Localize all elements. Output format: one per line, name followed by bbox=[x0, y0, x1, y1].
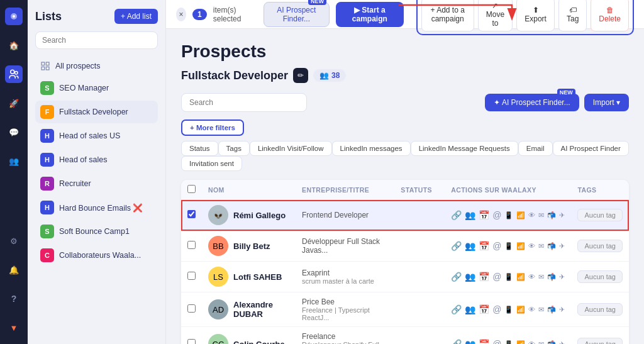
select-all-header[interactable] bbox=[181, 180, 202, 200]
filter-tag-email[interactable]: Email bbox=[518, 141, 553, 156]
edit-list-icon[interactable]: ✏ bbox=[293, 68, 308, 83]
row-checkbox[interactable] bbox=[187, 304, 196, 313]
home-icon[interactable]: 🏠 bbox=[5, 36, 23, 54]
link-icon[interactable]: 🔗 bbox=[451, 304, 462, 314]
connect-icon[interactable]: 👥 bbox=[465, 210, 475, 220]
tag-pill[interactable]: Aucun tag bbox=[577, 209, 623, 221]
sidebar-list-item-1[interactable]: S SEO Manager bbox=[35, 77, 158, 99]
import-button[interactable]: Import ▾ bbox=[584, 94, 629, 111]
add-to-campaign-button[interactable]: + Add to a campaign bbox=[421, 0, 474, 31]
filter-tag-linkedin-messages[interactable]: LinkedIn messages bbox=[332, 141, 411, 156]
link-icon[interactable]: 🔗 bbox=[451, 272, 462, 282]
waalaxy-icon4[interactable]: ✉ bbox=[538, 211, 544, 219]
row-checkbox-cell[interactable] bbox=[181, 231, 202, 262]
calendar-icon[interactable]: 📅 bbox=[479, 272, 489, 282]
waalaxy-icon1[interactable]: 📱 bbox=[504, 211, 513, 219]
waalaxy-icon6[interactable]: ✈ bbox=[559, 242, 565, 250]
tag-pill[interactable]: Aucun tag bbox=[577, 270, 623, 283]
export-button[interactable]: ⬆ Export bbox=[516, 0, 555, 31]
calendar-icon[interactable]: 📅 bbox=[479, 339, 489, 344]
calendar-icon[interactable]: 📅 bbox=[479, 241, 489, 251]
connect-icon[interactable]: 👥 bbox=[465, 304, 475, 314]
waalaxy-icon6[interactable]: ✈ bbox=[559, 273, 565, 281]
row-checkbox[interactable] bbox=[187, 339, 196, 344]
sidebar-list-item-3[interactable]: H Head of sales US bbox=[35, 125, 158, 147]
waalaxy-icon1[interactable]: 📱 bbox=[504, 273, 513, 281]
tag-button[interactable]: 🏷 Tag bbox=[558, 0, 587, 31]
filter-tag-ai-prospect-finder[interactable]: AI Prospect Finder bbox=[553, 141, 629, 156]
add-list-button[interactable]: + Add list bbox=[114, 9, 158, 24]
sidebar-list-item-7[interactable]: S Soft Bounce Camp1 bbox=[35, 220, 158, 243]
sidebar-list-item-8[interactable]: C Collaborateurs Waala... bbox=[35, 244, 158, 267]
waalaxy-icon3[interactable]: 👁 bbox=[528, 306, 535, 313]
link-icon[interactable]: 🔗 bbox=[451, 210, 462, 220]
row-checkbox[interactable] bbox=[187, 210, 196, 218]
connect-icon[interactable]: 👥 bbox=[465, 272, 475, 282]
all-prospects-item[interactable]: All prospects bbox=[35, 57, 158, 75]
waalaxy-icon2[interactable]: 📶 bbox=[516, 306, 525, 314]
row-checkbox-cell[interactable] bbox=[181, 292, 202, 327]
waalaxy-icon1[interactable]: 📱 bbox=[504, 340, 513, 345]
sidebar-list-item-6[interactable]: H Hard Bounce Emails ❌ bbox=[35, 196, 158, 219]
waalaxy-icon5[interactable]: 📬 bbox=[547, 242, 556, 250]
close-selection-button[interactable]: × bbox=[176, 8, 186, 21]
email-icon[interactable]: @ bbox=[492, 272, 501, 282]
waalaxy-icon3[interactable]: 👁 bbox=[528, 340, 535, 344]
users-icon[interactable] bbox=[5, 65, 23, 83]
table-search-input[interactable] bbox=[181, 93, 307, 112]
email-icon[interactable]: @ bbox=[492, 241, 501, 251]
waalaxy-icon5[interactable]: 📬 bbox=[547, 306, 556, 314]
ai-finder-button[interactable]: NEW ✦ AI Prospect Finder... bbox=[485, 94, 579, 111]
row-checkbox[interactable] bbox=[187, 241, 196, 249]
bell-icon[interactable]: 🔔 bbox=[5, 261, 23, 279]
waalaxy-icon6[interactable]: ✈ bbox=[559, 340, 565, 345]
waalaxy-icon5[interactable]: 📬 bbox=[547, 211, 556, 219]
start-campaign-button[interactable]: ▶ Start a campaign bbox=[336, 2, 404, 27]
filter-tag-linkedin-visit/follow[interactable]: LinkedIn Visit/Follow bbox=[250, 141, 332, 156]
sidebar-list-item-4[interactable]: H Head of sales bbox=[35, 148, 158, 171]
list-search-input[interactable] bbox=[35, 31, 158, 49]
ai-prospect-finder-button[interactable]: NEW AI Prospect Finder... bbox=[264, 2, 330, 27]
sidebar-list-item-5[interactable]: R Recruiter bbox=[35, 172, 158, 195]
connect-icon[interactable]: 👥 bbox=[465, 339, 475, 344]
collapse-icon[interactable]: ▼ bbox=[5, 319, 23, 336]
waalaxy-icon3[interactable]: 👁 bbox=[528, 211, 535, 219]
sidebar-list-item-2[interactable]: F Fullstack Developer bbox=[35, 101, 158, 123]
waalaxy-icon6[interactable]: ✈ bbox=[559, 306, 565, 314]
waalaxy-icon3[interactable]: 👁 bbox=[528, 242, 535, 250]
waalaxy-icon4[interactable]: ✉ bbox=[538, 273, 544, 281]
chat-icon[interactable]: 💬 bbox=[5, 123, 23, 141]
row-checkbox-cell[interactable] bbox=[181, 327, 202, 345]
settings-icon[interactable]: ⚙ bbox=[5, 232, 23, 250]
tag-pill[interactable]: Aucun tag bbox=[577, 338, 623, 344]
rocket-icon[interactable]: 🚀 bbox=[5, 94, 23, 112]
waalaxy-icon1[interactable]: 📱 bbox=[504, 306, 513, 314]
select-all-checkbox[interactable] bbox=[187, 185, 196, 193]
group-icon[interactable]: 👥 bbox=[5, 152, 23, 170]
waalaxy-icon2[interactable]: 📶 bbox=[516, 211, 525, 219]
email-icon[interactable]: @ bbox=[492, 210, 501, 220]
connect-icon[interactable]: 👥 bbox=[465, 241, 475, 251]
email-icon[interactable]: @ bbox=[492, 339, 501, 344]
filter-tag-tags[interactable]: Tags bbox=[218, 141, 250, 156]
waalaxy-icon5[interactable]: 📬 bbox=[547, 340, 556, 345]
help-icon[interactable]: ? bbox=[5, 290, 23, 308]
row-checkbox-cell[interactable] bbox=[181, 262, 202, 292]
email-icon[interactable]: @ bbox=[492, 304, 501, 314]
calendar-icon[interactable]: 📅 bbox=[479, 210, 489, 220]
waalaxy-icon4[interactable]: ✉ bbox=[538, 242, 544, 250]
waalaxy-icon1[interactable]: 📱 bbox=[504, 242, 513, 250]
more-filters-button[interactable]: + More filters bbox=[181, 119, 244, 136]
link-icon[interactable]: 🔗 bbox=[451, 339, 462, 344]
waalaxy-icon4[interactable]: ✉ bbox=[538, 306, 544, 314]
filter-tag-status[interactable]: Status bbox=[181, 141, 218, 156]
waalaxy-icon4[interactable]: ✉ bbox=[538, 340, 544, 345]
tag-pill[interactable]: Aucun tag bbox=[577, 240, 623, 252]
waalaxy-icon2[interactable]: 📶 bbox=[516, 242, 525, 250]
waalaxy-icon2[interactable]: 📶 bbox=[516, 273, 525, 281]
move-to-button[interactable]: ↗ Move to bbox=[478, 0, 513, 31]
filter-tag-invitation-sent[interactable]: Invitation sent bbox=[181, 156, 242, 171]
filter-tag-linkedin-message-requests[interactable]: LinkedIn Message Requests bbox=[411, 141, 518, 156]
logo-icon[interactable] bbox=[5, 8, 23, 25]
delete-button[interactable]: 🗑 Delete bbox=[591, 0, 629, 31]
